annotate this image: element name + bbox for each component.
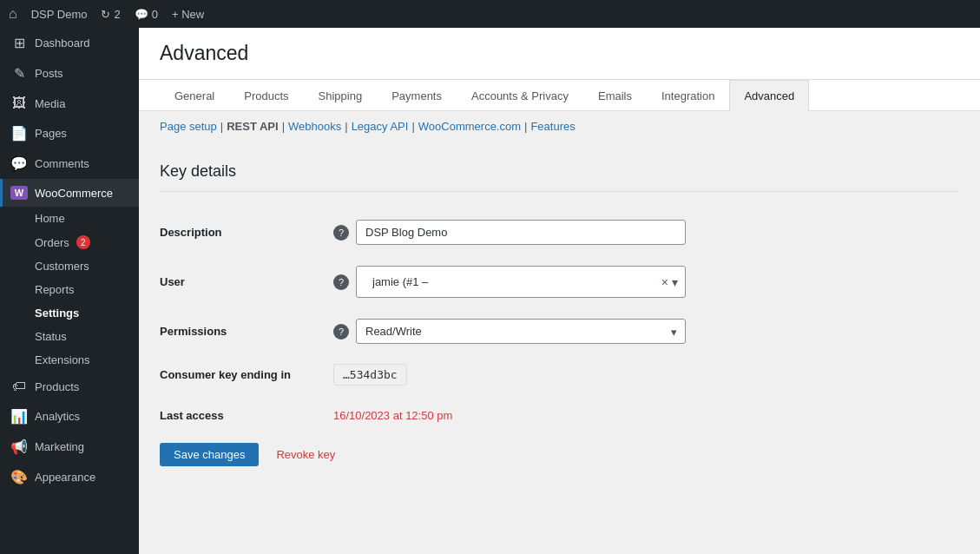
sidebar-sub-customers[interactable]: Customers	[0, 254, 139, 278]
description-input[interactable]	[356, 220, 686, 245]
permissions-select-wrapper: Read Write Read/Write ▾	[356, 319, 686, 344]
subnav-legacy-api[interactable]: Legacy API	[352, 120, 409, 133]
user-input[interactable]	[364, 270, 661, 293]
sidebar-item-dashboard[interactable]: ⊞ Dashboard	[0, 28, 139, 58]
user-dropdown-icon[interactable]: ▾	[672, 275, 678, 289]
last-access-value: 16/10/2023 at 12:50 pm	[333, 409, 452, 422]
updates[interactable]: ↻ 2	[101, 8, 120, 21]
sidebar-item-appearance[interactable]: 🎨 Appearance	[0, 462, 139, 492]
page-header: Advanced	[139, 28, 980, 80]
permissions-select[interactable]: Read Write Read/Write	[356, 319, 686, 344]
analytics-icon: 📊	[10, 408, 28, 425]
sidebar-sub-orders[interactable]: Orders 2	[0, 230, 139, 254]
sidebar-item-pages[interactable]: 📄 Pages	[0, 118, 139, 148]
consumer-key-value: …534d3bc	[333, 364, 407, 386]
content-body: Key details Description ?	[139, 142, 980, 487]
subnav-features[interactable]: Features	[530, 120, 575, 133]
posts-icon: ✎	[10, 65, 28, 82]
user-clear-icon[interactable]: ×	[661, 275, 668, 289]
tab-integration[interactable]: Integration	[647, 80, 729, 111]
sidebar-item-marketing[interactable]: 📢 Marketing	[0, 432, 139, 462]
save-changes-button[interactable]: Save changes	[160, 443, 259, 466]
comments-icon: 💬	[135, 8, 148, 21]
key-details-form: Description ? User	[160, 209, 959, 436]
wordpress-icon: ⌂	[9, 6, 17, 22]
media-icon: 🖼	[10, 96, 28, 111]
settings-tabs: General Products Shipping Payments Accou…	[160, 80, 959, 110]
products-icon: 🏷	[10, 379, 28, 394]
site-name[interactable]: DSP Demo	[31, 8, 88, 21]
description-help-icon[interactable]: ?	[333, 225, 349, 241]
tab-payments[interactable]: Payments	[377, 80, 457, 111]
permissions-field-row: ? Read Write Read/Write ▾	[333, 319, 959, 344]
sub-navigation: Page setup | REST API | Webhooks | Legac…	[139, 111, 980, 142]
subnav-woocommerce-com[interactable]: WooCommerce.com	[418, 120, 521, 133]
form-buttons: Save changes Revoke key	[160, 443, 959, 466]
tabs-wrapper: General Products Shipping Payments Accou…	[139, 80, 980, 111]
sidebar-sub-home[interactable]: Home	[0, 207, 139, 230]
field-row-permissions: Permissions ? Read Write Read/Write	[160, 308, 959, 354]
pages-icon: 📄	[10, 125, 28, 142]
updates-icon: ↻	[101, 8, 110, 21]
tab-shipping[interactable]: Shipping	[304, 80, 378, 111]
field-row-user: User ? × ▾	[160, 255, 959, 308]
sidebar-item-posts[interactable]: ✎ Posts	[0, 58, 139, 89]
sidebar-sub-settings[interactable]: Settings	[0, 301, 139, 325]
orders-badge: 2	[76, 235, 90, 249]
comments[interactable]: 💬 0	[135, 8, 158, 21]
sidebar-item-media[interactable]: 🖼 Media	[0, 89, 139, 118]
appearance-icon: 🎨	[10, 469, 28, 485]
admin-bar: ⌂ DSP Demo ↻ 2 💬 0 + New	[0, 0, 980, 28]
tab-emails[interactable]: Emails	[583, 80, 647, 111]
subnav-page-setup[interactable]: Page setup	[160, 120, 217, 133]
page-title: Advanced	[160, 42, 959, 65]
main-layout: ⊞ Dashboard ✎ Posts 🖼 Media 📄 Pages 💬 Co…	[0, 28, 980, 554]
sidebar-item-comments[interactable]: 💬 Comments	[0, 148, 139, 179]
sidebar-sub-reports[interactable]: Reports	[0, 278, 139, 301]
consumer-key-label: Consumer key ending in	[160, 368, 291, 381]
woocommerce-icon: W	[10, 186, 28, 200]
last-access-label: Last access	[160, 409, 224, 422]
marketing-icon: 📢	[10, 439, 28, 455]
description-label: Description	[160, 226, 222, 239]
tab-advanced[interactable]: Advanced	[729, 80, 809, 111]
sidebar-sub-status[interactable]: Status	[0, 325, 139, 348]
field-row-consumer-key: Consumer key ending in …534d3bc	[160, 354, 959, 395]
sidebar-item-woocommerce[interactable]: W WooCommerce	[0, 179, 139, 207]
comments-sidebar-icon: 💬	[10, 155, 28, 172]
sidebar-item-analytics[interactable]: 📊 Analytics	[0, 401, 139, 432]
dashboard-icon: ⊞	[10, 35, 28, 51]
user-label: User	[160, 275, 185, 288]
content-area: Advanced General Products Shipping Payme…	[139, 28, 980, 554]
user-field-row: ? × ▾	[333, 266, 959, 298]
sidebar-item-products[interactable]: 🏷 Products	[0, 372, 139, 401]
section-title: Key details	[160, 162, 959, 192]
user-select-wrapper[interactable]: × ▾	[356, 266, 686, 298]
permissions-help-icon[interactable]: ?	[333, 324, 349, 340]
field-row-description: Description ?	[160, 209, 959, 255]
description-field-row: ?	[333, 220, 959, 245]
revoke-key-button[interactable]: Revoke key	[269, 443, 342, 466]
subnav-rest-api[interactable]: REST API	[227, 120, 278, 133]
tab-products[interactable]: Products	[229, 80, 303, 111]
new-button[interactable]: + New	[172, 8, 204, 21]
sidebar: ⊞ Dashboard ✎ Posts 🖼 Media 📄 Pages 💬 Co…	[0, 28, 139, 554]
site-logo[interactable]: ⌂	[9, 6, 17, 22]
sidebar-sub-extensions[interactable]: Extensions	[0, 348, 139, 372]
tab-accounts-privacy[interactable]: Accounts & Privacy	[457, 80, 583, 111]
permissions-label: Permissions	[160, 325, 227, 338]
field-row-last-access: Last access 16/10/2023 at 12:50 pm	[160, 395, 959, 436]
subnav-webhooks[interactable]: Webhooks	[288, 120, 341, 133]
user-help-icon[interactable]: ?	[333, 274, 349, 290]
tab-general[interactable]: General	[160, 80, 229, 111]
